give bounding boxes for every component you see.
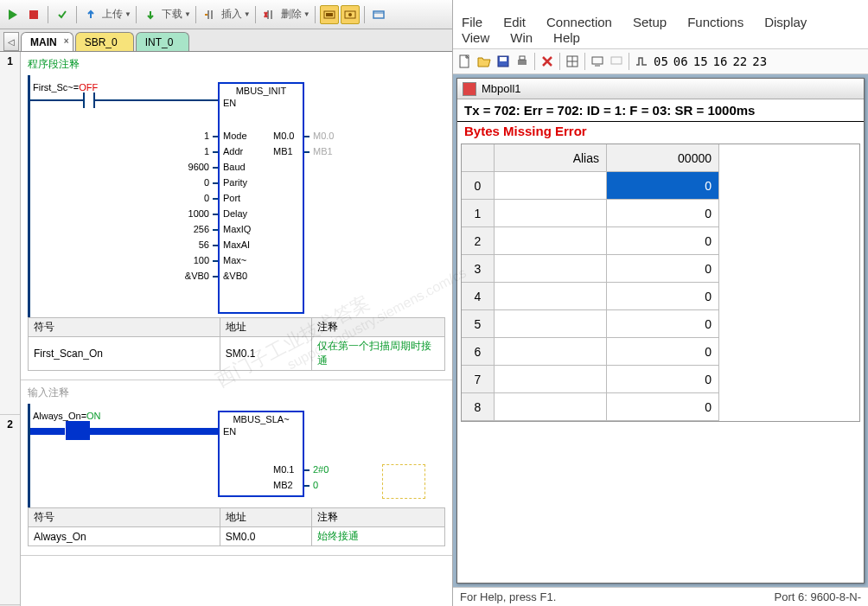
mbpoll-grid[interactable]: Alias 00000 001020304050607080 [461,144,860,422]
grid-cell-alias[interactable] [495,366,607,393]
grid-cell-value[interactable]: 0 [607,338,719,366]
tab-sbr-label: SBR_0 [85,36,118,48]
menu-functions[interactable]: Functions [687,15,744,29]
mdi-area: Mbpoll1 Tx = 702: Err = 702: ID = 1: F =… [453,74,868,587]
grid-row-index: 7 [462,366,495,393]
grid-cell-alias[interactable] [495,227,607,255]
open-icon[interactable] [477,54,491,68]
pin-in-name: &VB0 [223,271,247,281]
grid-icon[interactable] [565,54,579,68]
mbpoll-titlebar[interactable]: Mbpoll1 [457,79,864,99]
fc-23[interactable]: 23 [752,54,767,68]
net2-fbox-en: EN [220,426,303,437]
grid-cell-alias[interactable] [495,172,607,200]
insert-label[interactable]: 插入 [221,7,242,22]
upload-label[interactable]: 上传 [102,7,123,22]
pulse-icon[interactable] [635,54,648,68]
fc-06[interactable]: 06 [673,54,688,68]
upload-dropdown[interactable]: ▼ [124,10,131,18]
grid-cell-alias[interactable] [495,283,607,310]
fc-05[interactable]: 05 [654,54,668,68]
window-button[interactable] [369,5,388,24]
print-icon[interactable] [515,54,529,68]
download-label[interactable]: 下载 [162,7,182,22]
fc-22[interactable]: 22 [732,54,747,68]
tab-scroll-left[interactable]: ◁ [3,32,19,51]
pin-in-val: 0 [157,177,209,188]
grid-row[interactable]: 30 [462,255,859,283]
monitor-icon[interactable] [590,54,604,68]
delete-icon[interactable] [260,5,279,24]
menu-display[interactable]: Display [764,15,807,29]
monitor-button-2[interactable] [341,5,360,24]
insert-dropdown[interactable]: ▼ [244,10,251,18]
delete-icon-tb[interactable] [540,54,554,68]
menu-window[interactable]: Win [510,30,533,45]
network-area[interactable]: 程序段注释 First_Sc~=OFF MBUS_INIT EN 1Mode [21,52,452,606]
tab-main-close[interactable]: × [64,36,69,46]
tab-sbr[interactable]: SBR_0 [75,32,134,51]
grid-cell-alias[interactable] [495,338,607,366]
grid-cell-alias[interactable] [495,393,607,421]
grid-cell-value[interactable]: 0 [607,172,719,200]
pin-in-name: Mode [223,131,247,141]
net1-contact[interactable] [78,92,100,108]
new-icon[interactable] [458,54,472,68]
grid-cell-alias[interactable] [495,200,607,227]
grid-cell-value[interactable]: 0 [607,393,719,421]
download-dropdown[interactable]: ▼ [184,10,191,18]
grid-h-addr[interactable]: 00000 [607,144,719,172]
monitor-button-1[interactable] [320,5,339,24]
menu-help[interactable]: Help [553,30,580,45]
net2-contact-label: Always_On=ON [33,411,101,421]
delete-dropdown[interactable]: ▼ [303,10,310,18]
tab-main[interactable]: MAIN× [21,32,73,51]
grid-row[interactable]: 00 [462,172,859,200]
grid-cell-alias[interactable] [495,255,607,283]
grid-cell-value[interactable]: 0 [607,283,719,310]
menu-setup[interactable]: Setup [633,15,667,29]
grid-cell-value[interactable]: 0 [607,310,719,338]
run-button[interactable] [3,5,22,24]
stop-button[interactable] [24,5,43,24]
net2-comment[interactable]: 输入注释 [28,386,445,400]
grid-cell-value[interactable]: 0 [607,200,719,227]
grid-row-index: 1 [462,200,495,227]
grid-cell-value[interactable]: 0 [607,366,719,393]
grid-h-alias[interactable]: Alias [495,144,607,172]
net1-comment[interactable]: 程序段注释 [28,57,445,72]
save-icon[interactable] [496,54,510,68]
net1-ladder[interactable]: First_Sc~=OFF MBUS_INIT EN 1Mode 1Addr 9… [28,75,445,317]
download-icon[interactable] [141,5,160,24]
modbus-statusbar: For Help, press F1. Port 6: 9600-8-N- [453,587,868,606]
grid-row[interactable]: 60 [462,338,859,366]
net2-symbol-table[interactable]: 符号地址注释 Always_OnSM0.0始终接通 [28,507,445,546]
grid-cell-value[interactable]: 0 [607,255,719,283]
grid-cell-value[interactable]: 0 [607,227,719,255]
menu-file[interactable]: File [462,15,482,29]
tab-int[interactable]: INT_0 [136,32,190,51]
upload-icon[interactable] [81,5,100,24]
grid-row[interactable]: 50 [462,310,859,338]
delete-label[interactable]: 删除 [281,7,302,22]
menu-edit[interactable]: Edit [503,15,526,29]
compile-button[interactable] [53,5,72,24]
fc-15[interactable]: 15 [693,54,708,68]
insert-icon[interactable] [201,5,220,24]
grid-row[interactable]: 10 [462,200,859,227]
grid-row[interactable]: 20 [462,227,859,255]
net2-contact[interactable] [66,421,90,440]
net1-symbol-table[interactable]: 符号地址注释 First_Scan_OnSM0.1仅在第一个扫描周期时接通 [28,317,445,371]
menu-view[interactable]: View [462,30,489,45]
grid-row[interactable]: 40 [462,283,859,310]
pin-out-name: MB2 [273,480,293,490]
pin-out-ext: 0 [313,480,318,490]
grid-row[interactable]: 80 [462,393,859,421]
grid-row[interactable]: 70 [462,366,859,393]
net2-ladder[interactable]: Always_On=ON MBUS_SLA~ EN M0.12#0 MB20 [28,404,445,507]
fc-16[interactable]: 16 [713,54,728,68]
grid-row-index: 5 [462,310,495,338]
grid-cell-alias[interactable] [495,310,607,338]
menu-connection[interactable]: Connection [546,15,612,29]
grid-row-index: 2 [462,227,495,255]
